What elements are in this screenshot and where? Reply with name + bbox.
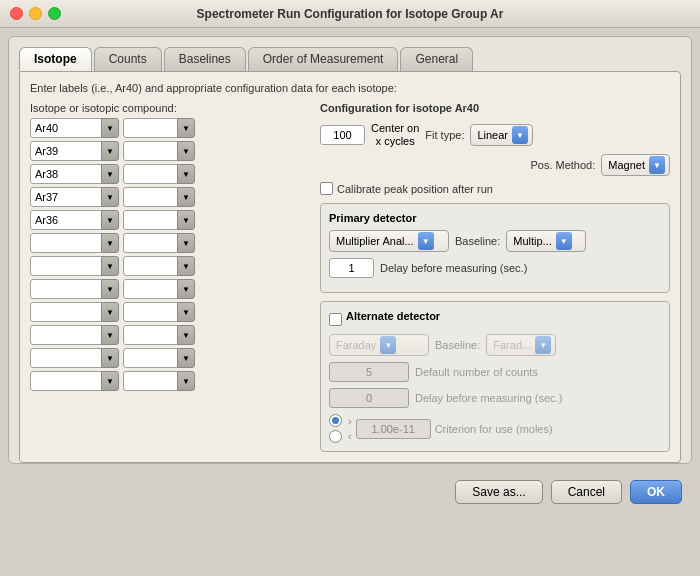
isotope-field-6[interactable] bbox=[30, 233, 102, 253]
isotope-value-5[interactable] bbox=[123, 210, 178, 230]
calibrate-checkbox[interactable] bbox=[320, 182, 333, 195]
cycles-input[interactable] bbox=[320, 125, 365, 145]
isotope-dropdown-1[interactable]: ▼ bbox=[101, 118, 119, 138]
radio-less-label: ‹ bbox=[348, 430, 352, 442]
isotope-value-3[interactable] bbox=[123, 164, 178, 184]
isotope-dropdown-9[interactable]: ▼ bbox=[101, 302, 119, 322]
isotope-value-dropdown-3[interactable]: ▼ bbox=[177, 164, 195, 184]
table-row: ▼ ▼ bbox=[30, 187, 310, 207]
alternate-delay-input[interactable] bbox=[329, 388, 409, 408]
isotope-field-10[interactable] bbox=[30, 325, 102, 345]
isotope-dropdown-12[interactable]: ▼ bbox=[101, 371, 119, 391]
isotope-field-12[interactable] bbox=[30, 371, 102, 391]
isotope-value-dropdown-4[interactable]: ▼ bbox=[177, 187, 195, 207]
isotope-dropdown-5[interactable]: ▼ bbox=[101, 210, 119, 230]
isotope-value-dropdown-2[interactable]: ▼ bbox=[177, 141, 195, 161]
isotope-dropdown-2[interactable]: ▼ bbox=[101, 141, 119, 161]
isotope-value-dropdown-12[interactable]: ▼ bbox=[177, 371, 195, 391]
isotope-dropdown-4[interactable]: ▼ bbox=[101, 187, 119, 207]
window-title: Spectrometer Run Configuration for Isoto… bbox=[197, 7, 504, 21]
isotope-value-12[interactable] bbox=[123, 371, 178, 391]
isotope-dropdown-6[interactable]: ▼ bbox=[101, 233, 119, 253]
isotope-value-group: ▼ bbox=[123, 187, 195, 207]
alternate-delay-label: Delay before measuring (sec.) bbox=[415, 392, 562, 404]
config-header: Configuration for isotope Ar40 bbox=[320, 102, 670, 114]
isotope-value-dropdown-11[interactable]: ▼ bbox=[177, 348, 195, 368]
isotope-value-dropdown-7[interactable]: ▼ bbox=[177, 256, 195, 276]
isotope-dropdown-3[interactable]: ▼ bbox=[101, 164, 119, 184]
ok-button[interactable]: OK bbox=[630, 480, 682, 504]
minimize-button[interactable] bbox=[29, 7, 42, 20]
isotope-value-dropdown-1[interactable]: ▼ bbox=[177, 118, 195, 138]
save-as-button[interactable]: Save as... bbox=[455, 480, 542, 504]
alternate-counts-input[interactable] bbox=[329, 362, 409, 382]
criterion-radio-greater[interactable] bbox=[329, 414, 342, 427]
primary-detector-dropdown-icon: ▼ bbox=[418, 232, 434, 250]
alternate-delay-row: Delay before measuring (sec.) bbox=[329, 388, 661, 408]
isotope-field-1[interactable] bbox=[30, 118, 102, 138]
tab-baselines[interactable]: Baselines bbox=[164, 47, 246, 71]
isotope-value-2[interactable] bbox=[123, 141, 178, 161]
isotope-value-10[interactable] bbox=[123, 325, 178, 345]
isotope-field-4[interactable] bbox=[30, 187, 102, 207]
isotope-field-11[interactable] bbox=[30, 348, 102, 368]
traffic-lights[interactable] bbox=[10, 7, 61, 20]
isotope-dropdown-8[interactable]: ▼ bbox=[101, 279, 119, 299]
isotope-value-6[interactable] bbox=[123, 233, 178, 253]
isotope-field-3[interactable] bbox=[30, 164, 102, 184]
isotope-value-9[interactable] bbox=[123, 302, 178, 322]
alternate-counts-label: Default number of counts bbox=[415, 366, 538, 378]
cancel-button[interactable]: Cancel bbox=[551, 480, 622, 504]
alternate-detector-checkbox-row: Alternate detector bbox=[329, 310, 661, 328]
primary-delay-row: Delay before measuring (sec.) bbox=[329, 258, 661, 278]
table-row: ▼ ▼ bbox=[30, 325, 310, 345]
criterion-radio-less[interactable] bbox=[329, 430, 342, 443]
alternate-detector-section: Alternate detector Faraday ▼ Baseline: F… bbox=[320, 301, 670, 452]
table-row: ▼ ▼ bbox=[30, 233, 310, 253]
tab-counts[interactable]: Counts bbox=[94, 47, 162, 71]
isotope-value-dropdown-8[interactable]: ▼ bbox=[177, 279, 195, 299]
alternate-baseline-dropdown-icon: ▼ bbox=[535, 336, 551, 354]
tab-content: Enter labels (i.e., Ar40) and appropriat… bbox=[19, 71, 681, 463]
alternate-detector-checkbox[interactable] bbox=[329, 313, 342, 326]
criterion-input[interactable] bbox=[356, 419, 431, 439]
isotope-dropdown-7[interactable]: ▼ bbox=[101, 256, 119, 276]
isotope-value-1[interactable] bbox=[123, 118, 178, 138]
fit-type-select[interactable]: Linear ▼ bbox=[470, 124, 533, 146]
title-bar: Spectrometer Run Configuration for Isoto… bbox=[0, 0, 700, 28]
tab-isotope[interactable]: Isotope bbox=[19, 47, 92, 71]
alternate-baseline-value: Farad... bbox=[493, 339, 531, 351]
isotope-value-dropdown-9[interactable]: ▼ bbox=[177, 302, 195, 322]
isotope-value-dropdown-6[interactable]: ▼ bbox=[177, 233, 195, 253]
isotope-field-9[interactable] bbox=[30, 302, 102, 322]
isotope-dropdown-11[interactable]: ▼ bbox=[101, 348, 119, 368]
maximize-button[interactable] bbox=[48, 7, 61, 20]
primary-detector-select[interactable]: Multiplier Anal... ▼ bbox=[329, 230, 449, 252]
primary-delay-input[interactable] bbox=[329, 258, 374, 278]
alternate-detector-select[interactable]: Faraday ▼ bbox=[329, 334, 429, 356]
tab-order[interactable]: Order of Measurement bbox=[248, 47, 399, 71]
tab-general[interactable]: General bbox=[400, 47, 473, 71]
isotope-value-group: ▼ bbox=[123, 118, 195, 138]
isotope-value-4[interactable] bbox=[123, 187, 178, 207]
isotope-field-2[interactable] bbox=[30, 141, 102, 161]
primary-baseline-value: Multip... bbox=[513, 235, 552, 247]
pos-method-select[interactable]: Magnet ▼ bbox=[601, 154, 670, 176]
close-button[interactable] bbox=[10, 7, 23, 20]
isotope-value-11[interactable] bbox=[123, 348, 178, 368]
isotope-value-dropdown-5[interactable]: ▼ bbox=[177, 210, 195, 230]
alternate-detector-title: Alternate detector bbox=[346, 310, 440, 322]
isotope-value-7[interactable] bbox=[123, 256, 178, 276]
fit-type-value: Linear bbox=[477, 129, 508, 141]
left-col-header: Isotope or isotopic compound: bbox=[30, 102, 310, 114]
isotope-field-5[interactable] bbox=[30, 210, 102, 230]
tab-bar: Isotope Counts Baselines Order of Measur… bbox=[9, 37, 691, 71]
alternate-baseline-select[interactable]: Farad... ▼ bbox=[486, 334, 556, 356]
alternate-counts-row: Default number of counts bbox=[329, 362, 661, 382]
isotope-dropdown-10[interactable]: ▼ bbox=[101, 325, 119, 345]
primary-baseline-select[interactable]: Multip... ▼ bbox=[506, 230, 586, 252]
isotope-value-dropdown-10[interactable]: ▼ bbox=[177, 325, 195, 345]
isotope-value-8[interactable] bbox=[123, 279, 178, 299]
isotope-field-8[interactable] bbox=[30, 279, 102, 299]
isotope-field-7[interactable] bbox=[30, 256, 102, 276]
